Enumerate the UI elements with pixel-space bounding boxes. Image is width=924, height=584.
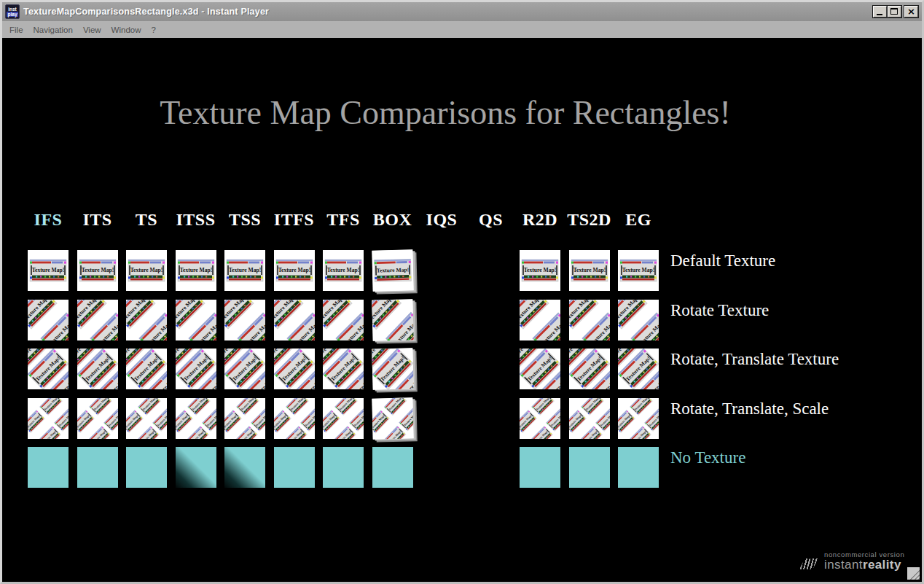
menu-file[interactable]: File [4,23,28,36]
texture-cell-tfs-row2 [323,300,364,340]
maximize-button[interactable] [888,6,901,17]
window-title: TextureMapComparisonsRectangle.x3d - Ins… [23,7,269,17]
column-header-ifs: IFS [23,210,74,230]
column-header-its: ITS [72,210,123,230]
texture-cell-itfs-row3 [274,349,315,389]
menu-window[interactable]: Window [106,23,146,36]
texture-cell-ts-row2 [126,300,167,340]
row-label-rotate-texture: Rotate Texture [670,301,769,320]
maximize-icon [890,8,898,15]
texture-cell-r2d-row4 [520,398,560,439]
instant-player-window: inst play TextureMapComparisonsRectangle… [0,0,924,584]
texture-cell-ts2d-row3 [569,349,610,389]
texture-cell-box-row1 [372,249,413,291]
texture-cell-itss-row1 [176,250,216,291]
texture-cell-ts2d-row4 [569,398,610,439]
column-header-box: BOX [367,210,418,230]
texture-cell-tfs-row3 [323,349,364,389]
texture-cell-itfs-row2 [274,300,315,340]
column-header-itfs: ITFS [269,210,320,230]
texture-cell-ts2d-row5 [569,447,610,488]
texture-cell-ts-row4 [126,398,167,439]
column-header-ts2d: TS2D [564,210,615,230]
texture-cell-r2d-row2 [520,300,560,340]
column-header-itss: ITSS [171,210,222,230]
texture-cell-ifs-row3 [28,349,68,389]
texture-cell-eg-row1 [618,250,659,291]
texture-cell-itfs-row5 [274,447,315,488]
column-header-r2d: R2D [514,210,565,230]
texture-cell-tss-row5 [224,447,265,488]
texture-cell-itss-row4 [176,398,216,439]
row-label-rotate-translate-scale: Rotate, Translate, Scale [670,400,829,418]
texture-cell-tss-row1 [224,250,265,291]
app-icon-text-bottom: play [7,12,17,17]
menubar: File Navigation View Window ? [2,21,922,38]
row-label-no-texture: No Texture [670,448,745,467]
column-header-ts: TS [121,210,172,230]
texture-cell-tss-row4 [224,398,265,439]
texture-cell-eg-row5 [618,447,659,488]
texture-cell-itss-row3 [176,349,216,389]
texture-cell-ifs-row5 [28,447,68,488]
instant-player-app-icon: inst play [5,4,20,19]
row-label-default-texture: Default Texture [670,252,775,270]
texture-cell-ts2d-row2 [569,300,610,340]
texture-cell-itss-row5 [176,447,216,488]
column-header-qs: QS [466,210,517,230]
texture-cell-ts-row5 [126,447,167,488]
titlebar[interactable]: inst play TextureMapComparisonsRectangle… [2,2,922,21]
column-header-iqs: IQS [416,210,467,230]
instantreality-logo-icon [799,558,818,569]
resize-grip-hatch [907,567,920,580]
row-label-rotate-translate-texture: Rotate, Translate Texture [670,350,839,369]
window-controls: × [872,6,918,17]
texture-cell-eg-row3 [618,349,659,389]
texture-cell-ifs-row1 [28,250,68,291]
texture-cell-eg-row4 [618,398,659,439]
resize-grip[interactable] [907,567,920,580]
texture-cell-ifs-row2 [28,300,68,340]
texture-cell-ts2d-row1 [569,250,610,291]
texture-cell-ts-row1 [126,250,167,291]
branding-name: instantreality [824,558,904,572]
texture-cell-r2d-row1 [520,250,560,291]
scene-title: Texture Map Comparisons for Rectangles! [2,93,888,132]
texture-cell-itss-row2 [176,300,216,340]
column-header-tfs: TFS [318,210,369,230]
texture-cell-tss-row2 [224,300,265,340]
column-header-tss: TSS [219,210,270,230]
texture-cell-tfs-row4 [323,398,364,439]
branding: noncommercial version instantreality [799,551,904,572]
texture-cell-tfs-row1 [323,250,364,291]
texture-cell-its-row2 [77,300,118,340]
texture-cell-tfs-row5 [323,447,364,488]
texture-cell-tss-row3 [224,349,265,389]
texture-cell-its-row1 [77,250,118,291]
close-icon: × [905,6,917,17]
texture-cell-itfs-row1 [274,250,315,291]
column-header-eg: EG [613,210,664,230]
texture-cell-ifs-row4 [28,398,68,439]
menu-view[interactable]: View [78,23,106,36]
menu-help[interactable]: ? [146,23,161,36]
texture-cell-its-row5 [77,447,118,488]
texture-cell-box-row4 [372,397,413,439]
texture-cell-its-row3 [77,349,118,389]
texture-cell-box-row2 [372,299,413,340]
minimize-button[interactable] [873,6,887,17]
texture-cell-box-row5 [372,447,413,488]
texture-cell-ts-row3 [126,349,167,389]
viewport[interactable]: Texture Map Comparisons for Rectangles! … [2,38,922,584]
texture-cell-r2d-row3 [520,349,560,389]
menu-navigation[interactable]: Navigation [28,23,78,36]
close-button[interactable]: × [904,6,918,17]
texture-cell-its-row4 [77,398,118,439]
texture-cell-box-row3 [372,348,413,389]
texture-cell-r2d-row5 [520,447,560,488]
minimize-icon [877,14,882,15]
texture-cell-eg-row2 [618,300,659,340]
app-icon-text-top: inst [8,7,17,12]
texture-cell-itfs-row4 [274,398,315,439]
